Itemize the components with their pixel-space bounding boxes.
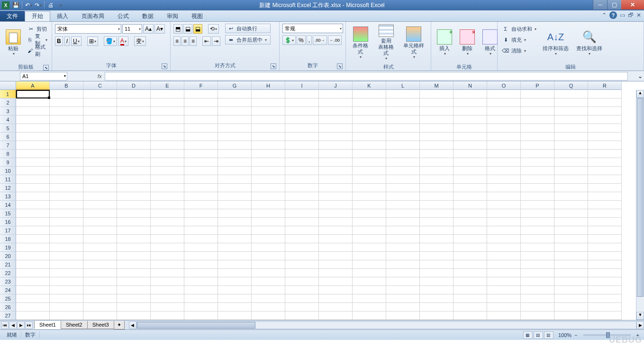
zoom-level[interactable]: 100% (558, 332, 571, 338)
cell[interactable] (252, 294, 285, 303)
cell[interactable] (386, 243, 420, 252)
cell[interactable] (386, 235, 420, 243)
cell[interactable] (454, 175, 487, 184)
cell[interactable] (16, 201, 50, 209)
cell[interactable] (353, 167, 386, 175)
sheet-tab[interactable]: Sheet1 (34, 321, 61, 329)
cell[interactable] (554, 184, 588, 192)
cell[interactable] (83, 98, 117, 107)
cell[interactable] (487, 98, 521, 107)
cell[interactable] (454, 184, 487, 192)
scroll-right-button[interactable]: ▶ (636, 321, 644, 329)
cell[interactable] (487, 167, 521, 175)
top-align-button[interactable]: ⬒ (173, 24, 182, 34)
cell[interactable] (218, 184, 252, 192)
cell[interactable] (83, 167, 117, 175)
cell[interactable] (83, 107, 117, 115)
cell[interactable] (588, 192, 622, 201)
cell[interactable] (554, 303, 588, 311)
cell[interactable] (353, 277, 386, 286)
cell[interactable] (386, 124, 420, 133)
cell[interactable] (554, 98, 588, 107)
cell[interactable] (83, 201, 117, 209)
cell[interactable] (454, 90, 487, 98)
cell[interactable] (218, 277, 252, 286)
cell[interactable] (454, 277, 487, 286)
cell[interactable] (218, 226, 252, 235)
cell[interactable] (151, 260, 184, 269)
cell[interactable] (50, 192, 83, 201)
cell[interactable] (521, 218, 554, 226)
cell[interactable] (83, 124, 117, 133)
cell[interactable] (83, 115, 117, 124)
cell[interactable] (386, 260, 420, 269)
restore-window-icon[interactable]: 🗗 (628, 12, 634, 18)
cell[interactable] (50, 167, 83, 175)
tab-review[interactable]: 审阅 (160, 11, 185, 21)
cell[interactable] (16, 243, 50, 252)
cell[interactable] (218, 167, 252, 175)
cell[interactable] (319, 269, 353, 277)
cell[interactable] (588, 124, 622, 133)
cell[interactable] (151, 294, 184, 303)
cell[interactable] (420, 124, 454, 133)
cell[interactable] (117, 303, 151, 311)
cell[interactable] (420, 235, 454, 243)
row-header[interactable]: 24 (0, 286, 16, 294)
cell[interactable] (252, 158, 285, 167)
cell[interactable] (386, 294, 420, 303)
cell[interactable] (319, 133, 353, 141)
cell[interactable] (151, 175, 184, 184)
cell[interactable] (50, 90, 83, 98)
cell[interactable] (353, 158, 386, 167)
row-header[interactable]: 2 (0, 98, 16, 107)
cell[interactable] (487, 277, 521, 286)
cell[interactable] (420, 303, 454, 311)
cell[interactable] (218, 311, 252, 320)
cell[interactable] (588, 209, 622, 218)
cell[interactable] (487, 141, 521, 150)
maximize-button[interactable]: ▢ (607, 0, 621, 9)
cell[interactable] (184, 192, 218, 201)
cell[interactable] (184, 133, 218, 141)
cell[interactable] (285, 277, 319, 286)
row-header[interactable]: 23 (0, 277, 16, 286)
cell[interactable] (521, 192, 554, 201)
cell[interactable] (83, 252, 117, 260)
cell[interactable] (218, 98, 252, 107)
cell[interactable] (151, 184, 184, 192)
cell[interactable] (252, 98, 285, 107)
cell[interactable] (285, 286, 319, 294)
cell[interactable] (420, 175, 454, 184)
cell[interactable] (117, 311, 151, 320)
cell[interactable] (285, 184, 319, 192)
cell[interactable] (117, 218, 151, 226)
cell[interactable] (16, 252, 50, 260)
cell[interactable] (554, 294, 588, 303)
cell[interactable] (16, 184, 50, 192)
cell[interactable] (16, 141, 50, 150)
cell[interactable] (218, 218, 252, 226)
cell[interactable] (285, 294, 319, 303)
cell[interactable] (487, 286, 521, 294)
cell[interactable] (386, 167, 420, 175)
cell[interactable] (218, 141, 252, 150)
cell[interactable] (117, 252, 151, 260)
tab-home[interactable]: 开始 (25, 11, 50, 21)
middle-align-button[interactable]: ⬓ (183, 24, 192, 34)
cell[interactable] (16, 277, 50, 286)
cell[interactable] (319, 226, 353, 235)
merge-center-button[interactable]: ⬌合并后居中▾ (225, 35, 271, 44)
select-all-corner[interactable] (0, 81, 16, 90)
cell[interactable] (386, 201, 420, 209)
cell[interactable] (487, 192, 521, 201)
cell[interactable] (83, 243, 117, 252)
cell[interactable] (151, 133, 184, 141)
cell[interactable] (521, 226, 554, 235)
cell[interactable] (487, 252, 521, 260)
cell[interactable] (50, 303, 83, 311)
increase-indent-button[interactable]: ⇥ (212, 36, 220, 46)
cell[interactable] (487, 175, 521, 184)
column-header[interactable]: L (386, 81, 420, 90)
tab-insert[interactable]: 插入 (50, 11, 75, 21)
